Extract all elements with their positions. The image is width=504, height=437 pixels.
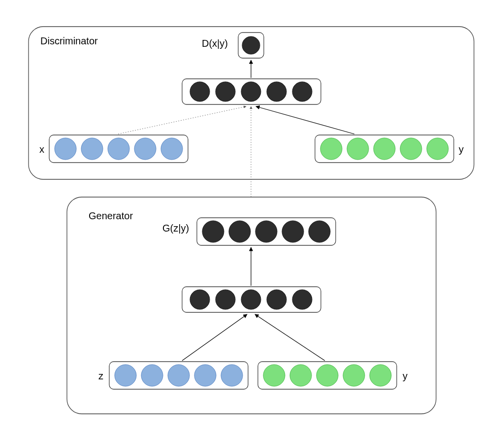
d_hidden-node (292, 82, 312, 101)
g-output-label: G(z|y) (162, 223, 189, 234)
g_input_z-node (221, 365, 243, 386)
d_input_y-node (320, 138, 342, 160)
d_input_y-node (427, 138, 448, 160)
d-input-x-group: x (39, 135, 188, 163)
discriminator-panel: Discriminator D(x|y) x y (29, 27, 474, 179)
generator-title: Generator (89, 210, 133, 221)
g_input_z-node (194, 365, 216, 386)
g_output-node (255, 221, 277, 242)
d-output-label: D(x|y) (202, 38, 228, 49)
d_input_x-node (108, 138, 129, 160)
d_input_x-node (161, 138, 183, 160)
g_output-node (309, 221, 330, 242)
g_hidden-node (241, 290, 261, 309)
y-bottom-label: y (403, 370, 408, 381)
d_input_x-node (134, 138, 156, 160)
d_input_x-node (81, 138, 103, 160)
g-hidden-group (182, 287, 321, 312)
g_output-node (202, 221, 224, 242)
d-hidden-group (182, 79, 321, 104)
d_input_y-node (374, 138, 395, 160)
x-label: x (39, 144, 44, 155)
g_hidden-node (292, 290, 312, 309)
g_output-node (229, 221, 251, 242)
cgan-diagram: Discriminator D(x|y) x y (0, 0, 504, 437)
y-top-label: y (459, 144, 464, 155)
z-label: z (98, 370, 103, 381)
d_hidden-node (267, 82, 286, 101)
discriminator-title: Discriminator (40, 35, 98, 46)
d_hidden-node (216, 82, 235, 101)
g_input_z-node (115, 365, 136, 386)
g_input_y-node (343, 365, 365, 386)
g_hidden-node (190, 290, 210, 309)
d_input_y-node (400, 138, 422, 160)
generator-panel: Generator G(z|y) z y (67, 197, 436, 414)
g_input_z-node (141, 365, 163, 386)
g_input_y-node (290, 365, 312, 386)
d_input_y-node (347, 138, 369, 160)
d_input_x-node (55, 138, 76, 160)
d_output-node (242, 36, 260, 54)
g_hidden-node (267, 290, 286, 309)
d-input-y-group: y (315, 135, 464, 163)
d_hidden-node (241, 82, 261, 101)
g_input_y-node (263, 365, 285, 386)
d_hidden-node (190, 82, 210, 101)
g-input-z-group: z (98, 362, 248, 389)
g_hidden-node (216, 290, 235, 309)
g_input_y-node (370, 365, 391, 386)
d-output-layer (242, 36, 260, 54)
g_input_y-node (316, 365, 338, 386)
g_input_z-node (168, 365, 189, 386)
g_output-node (282, 221, 304, 242)
g-input-y-group: y (258, 362, 408, 389)
